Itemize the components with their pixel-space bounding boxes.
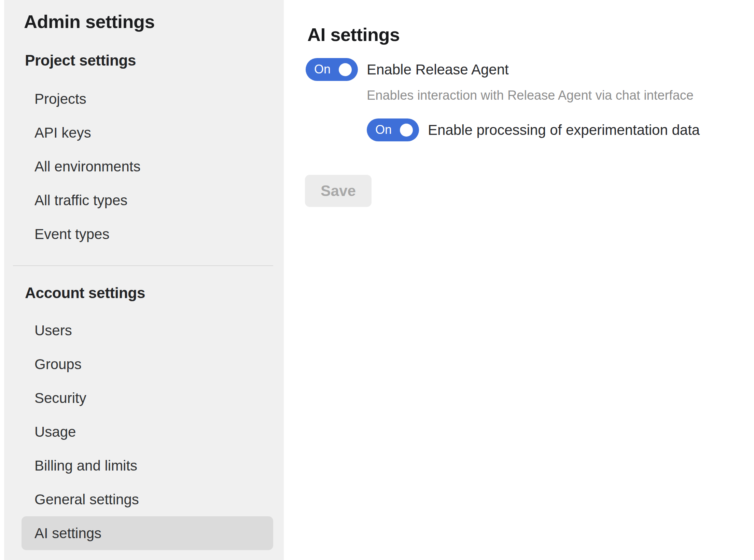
sidebar-item-users[interactable]: Users bbox=[22, 313, 273, 347]
sidebar-title: Admin settings bbox=[24, 11, 155, 32]
account-settings-nav-list: Users Groups Security Usage Billing and … bbox=[22, 313, 273, 550]
sidebar-item-all-traffic-types[interactable]: All traffic types bbox=[22, 183, 273, 217]
release-agent-toggle-label: Enable Release Agent bbox=[367, 61, 509, 78]
sidebar-item-event-types[interactable]: Event types bbox=[22, 217, 273, 251]
sidebar-item-label: Users bbox=[34, 322, 72, 339]
sidebar-item-groups[interactable]: Groups bbox=[22, 347, 273, 381]
sidebar-item-label: AI settings bbox=[34, 525, 101, 542]
toggle-knob-icon bbox=[339, 63, 352, 76]
section-heading-account-settings: Account settings bbox=[25, 284, 145, 302]
enable-experimentation-data-toggle[interactable]: On bbox=[367, 118, 419, 141]
sidebar-item-projects[interactable]: Projects bbox=[22, 82, 273, 116]
page-title: AI settings bbox=[307, 24, 400, 45]
sidebar-item-label: Billing and limits bbox=[34, 458, 137, 474]
release-agent-setting-row: On Enable Release Agent bbox=[306, 58, 509, 81]
sidebar-item-billing-and-limits[interactable]: Billing and limits bbox=[22, 449, 273, 482]
enable-release-agent-toggle[interactable]: On bbox=[306, 58, 358, 81]
sidebar: Admin settings Project settings Projects… bbox=[4, 0, 284, 560]
main-content: AI settings On Enable Release Agent Enab… bbox=[284, 0, 754, 560]
sidebar-item-security[interactable]: Security bbox=[22, 381, 273, 415]
sidebar-item-api-keys[interactable]: API keys bbox=[22, 116, 273, 150]
sidebar-item-label: API keys bbox=[34, 125, 91, 141]
sidebar-item-label: Projects bbox=[34, 91, 86, 107]
save-button[interactable]: Save bbox=[305, 175, 372, 207]
experimentation-data-toggle-label: Enable processing of experimentation dat… bbox=[428, 122, 700, 138]
toggle-knob-icon bbox=[400, 124, 413, 137]
sidebar-item-label: All environments bbox=[34, 158, 140, 175]
release-agent-description: Enables interaction with Release Agent v… bbox=[367, 88, 694, 102]
sidebar-item-label: All traffic types bbox=[34, 192, 127, 209]
sidebar-item-label: Groups bbox=[34, 356, 82, 373]
sidebar-item-ai-settings[interactable]: AI settings bbox=[22, 516, 273, 550]
experimentation-data-setting-row: On Enable processing of experimentation … bbox=[367, 118, 700, 141]
admin-settings-page: Admin settings Project settings Projects… bbox=[0, 0, 754, 560]
sidebar-divider bbox=[13, 265, 273, 266]
sidebar-item-label: General settings bbox=[34, 491, 139, 508]
sidebar-item-label: Usage bbox=[34, 424, 76, 440]
project-settings-nav-list: Projects API keys All environments All t… bbox=[22, 82, 273, 251]
sidebar-item-label: Event types bbox=[34, 226, 109, 242]
sidebar-item-usage[interactable]: Usage bbox=[22, 415, 273, 449]
section-heading-project-settings: Project settings bbox=[25, 52, 136, 69]
toggle-state-label: On bbox=[314, 62, 331, 76]
sidebar-item-general-settings[interactable]: General settings bbox=[22, 482, 273, 516]
sidebar-item-all-environments[interactable]: All environments bbox=[22, 150, 273, 183]
sidebar-item-label: Security bbox=[34, 390, 86, 406]
toggle-state-label: On bbox=[375, 123, 392, 137]
